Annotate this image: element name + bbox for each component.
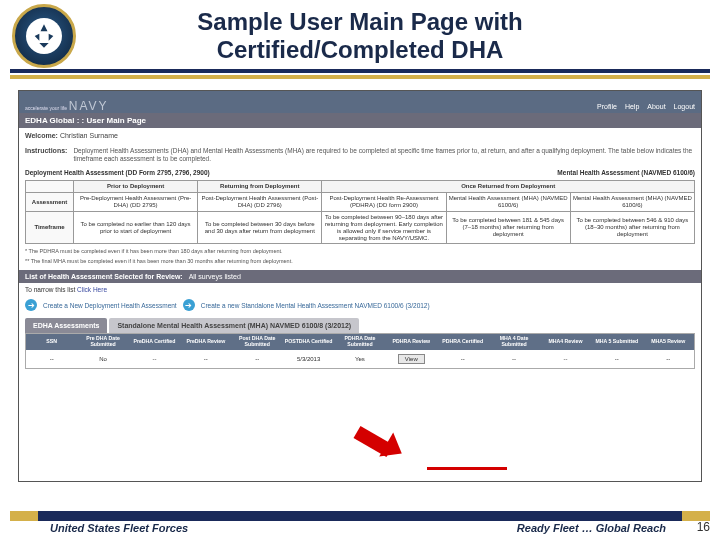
review-all: All surveys listed bbox=[189, 273, 241, 280]
cell-mha5-rev: -- bbox=[643, 350, 695, 368]
arrow-right-icon: ➔ bbox=[25, 299, 37, 311]
section-mha: Mental Health Assessment (NAVMED 6100/6) bbox=[557, 169, 695, 176]
th-pdhra-rev: PDHRA Review bbox=[386, 334, 437, 349]
th-pdhra-cert: PDHRA Certified bbox=[437, 334, 488, 349]
instructions-label: Instructions: bbox=[25, 147, 67, 163]
timeframe-table: Prior to Deployment Returning from Deplo… bbox=[25, 180, 695, 244]
action-create-mha[interactable]: Create a new Standalone Mental Health As… bbox=[201, 302, 430, 309]
cell-post-date: -- bbox=[232, 350, 283, 368]
cell-ssn: -- bbox=[26, 350, 77, 368]
th-pre-cert: PreDHA Certified bbox=[129, 334, 180, 349]
seal-eagle-icon bbox=[26, 18, 62, 54]
title-line-2: Certified/Completed DHA bbox=[80, 36, 640, 64]
action-create-dha[interactable]: Create a New Deployment Health Assessmen… bbox=[43, 302, 177, 309]
cell-pdhra-date: Yes bbox=[334, 350, 385, 368]
nav-help[interactable]: Help bbox=[625, 103, 639, 110]
col-predha-time: To be completed no earlier than 120 days… bbox=[74, 211, 198, 244]
arrow-right-icon: ➔ bbox=[183, 299, 195, 311]
cell-mha5-sub: -- bbox=[591, 350, 642, 368]
tagline: accelerate your life bbox=[25, 105, 67, 111]
fleet-forces-seal bbox=[12, 4, 76, 68]
narrow-link[interactable]: Click Here bbox=[77, 286, 107, 293]
section-dha: Deployment Health Assessment (DD Form 27… bbox=[25, 169, 210, 176]
col-predha-name: Pre-Deployment Health Assessment (Pre-DH… bbox=[74, 193, 198, 212]
col-mha1-name: Mental Health Assessment (MHA) (NAVMED 6… bbox=[446, 193, 570, 212]
th-post-date: Post DHA Date Submitted bbox=[232, 334, 283, 349]
th-mha5-rev: MHA5 Review bbox=[643, 334, 695, 349]
cell-pdhra-cert: -- bbox=[437, 350, 488, 368]
col-postdha-name: Post-Deployment Health Assessment (Post-… bbox=[198, 193, 322, 212]
welcome-name: Christian Surname bbox=[60, 132, 118, 139]
footnote-1: * The PDHRA must be completed even if it… bbox=[19, 246, 701, 256]
nav-logout[interactable]: Logout bbox=[674, 103, 695, 110]
welcome-label: Welcome: bbox=[25, 132, 58, 139]
app-top-banner: accelerate your life NAVY Profile Help A… bbox=[19, 91, 701, 113]
nav-profile[interactable]: Profile bbox=[597, 103, 617, 110]
col-pdhra-time: To be completed between 90–180 days afte… bbox=[322, 211, 446, 244]
tab-edha[interactable]: EDHA Assessments bbox=[25, 318, 107, 333]
callout-underline bbox=[427, 467, 507, 470]
page-number: 16 bbox=[697, 520, 710, 534]
cell-mha4-date: -- bbox=[488, 350, 539, 368]
th-mha4-rev: MHA4 Review bbox=[540, 334, 591, 349]
th-ssn: SSN bbox=[26, 334, 77, 349]
col-mha1-time: To be completed between 181 & 545 days (… bbox=[446, 211, 570, 244]
row-assessment: Assessment bbox=[26, 193, 74, 212]
title-line-1: Sample User Main Page with bbox=[80, 8, 640, 36]
slide-title: Sample User Main Page with Certified/Com… bbox=[0, 8, 720, 63]
navy-logo: NAVY bbox=[69, 99, 109, 113]
instructions-text: Deployment Health Assessments (DHA) and … bbox=[73, 147, 695, 163]
footer-right: Ready Fleet … Global Reach bbox=[511, 522, 672, 534]
th-pre-date: Pre DHA Date Submitted bbox=[77, 334, 128, 349]
cell-post-cert: 5/3/2013 bbox=[283, 350, 334, 368]
th-post-cert: POSTDHA Certified bbox=[283, 334, 334, 349]
col-mha2-time: To be completed between 546 & 910 days (… bbox=[570, 211, 694, 244]
footer-left: United States Fleet Forces bbox=[44, 522, 194, 534]
col-mha2-name: Mental Health Assessment (MHA) (NAVMED 6… bbox=[570, 193, 694, 212]
footnote-2: ** The final MHA must be completed even … bbox=[19, 256, 701, 266]
hdr-once: Once Returned from Deployment bbox=[322, 181, 695, 193]
col-pdhra-name: Post-Deployment Health Re-Assessment (PD… bbox=[322, 193, 446, 212]
cell-pre-cert: -- bbox=[129, 350, 180, 368]
hdr-prior: Prior to Deployment bbox=[74, 181, 198, 193]
view-button[interactable]: View bbox=[398, 354, 425, 364]
footer-band bbox=[10, 510, 710, 522]
hdr-returning: Returning from Deployment bbox=[198, 181, 322, 193]
edha-screenshot: accelerate your life NAVY Profile Help A… bbox=[18, 90, 702, 482]
nav-about[interactable]: About bbox=[647, 103, 665, 110]
th-pdhra-date: PDHRA Date Submitted bbox=[334, 334, 385, 349]
col-postdha-time: To be completed between 30 days before a… bbox=[198, 211, 322, 244]
row-timeframe: Timeframe bbox=[26, 211, 74, 244]
header-rule bbox=[10, 69, 710, 79]
cell-mha4-rev: -- bbox=[540, 350, 591, 368]
callout-arrow-icon bbox=[357, 425, 415, 465]
cell-pre-rev: -- bbox=[180, 350, 231, 368]
th-mha4-date: MHA 4 Date Submitted bbox=[488, 334, 539, 349]
breadcrumb: EDHA Global : : User Main Page bbox=[19, 113, 701, 128]
assessments-table: SSN Pre DHA Date Submitted PreDHA Certif… bbox=[25, 333, 695, 368]
cell-pre-date: No bbox=[77, 350, 128, 368]
th-mha5-sub: MHA 5 Submitted bbox=[591, 334, 642, 349]
review-header: List of Health Assessment Selected for R… bbox=[25, 273, 183, 280]
th-pre-rev: PreDHA Review bbox=[180, 334, 231, 349]
table-row: -- No -- -- -- 5/3/2013 Yes View -- -- -… bbox=[26, 350, 694, 368]
narrow-label: To narrow this list bbox=[25, 286, 75, 293]
tab-mha[interactable]: Standalone Mental Health Assessment (MHA… bbox=[109, 318, 359, 333]
